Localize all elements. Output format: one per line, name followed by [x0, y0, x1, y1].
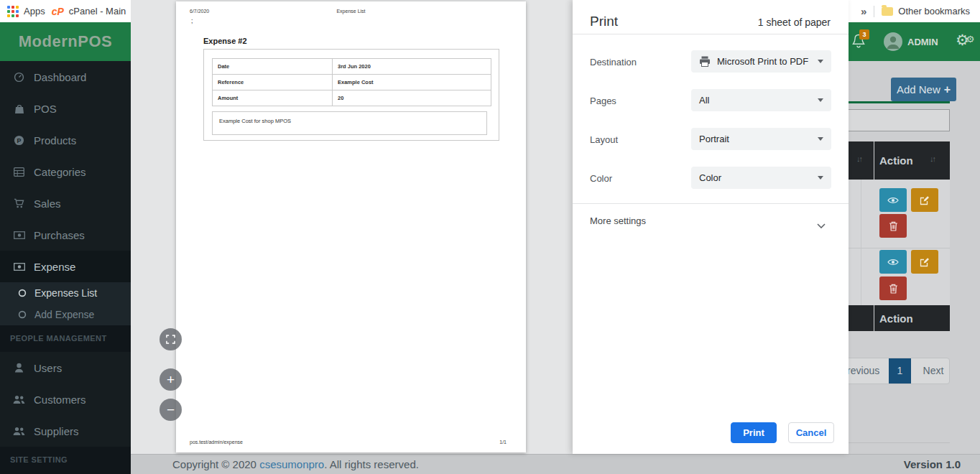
eye-icon — [887, 196, 899, 205]
chevron-down-icon[interactable] — [817, 218, 826, 231]
minus-icon: − — [167, 402, 175, 418]
sidebar-item-categories[interactable]: Categories — [0, 156, 131, 187]
sheet-count: 1 sheet of paper — [758, 17, 831, 28]
layout-value: Portrait — [699, 134, 811, 144]
circle-o-icon — [17, 289, 27, 297]
pagination-next[interactable]: Next — [917, 358, 950, 384]
apps-grid-icon — [7, 6, 19, 17]
gears-icon: ⚙⚙ — [956, 32, 974, 48]
product-circle-icon: P — [13, 135, 25, 146]
sidebar-label: Products — [34, 134, 76, 147]
print-preview-overlay: 6/7/2020 Expense List ; Expense #2 Date3… — [131, 0, 849, 454]
sidebar-subitem-expenses-list[interactable]: Expenses List — [0, 282, 131, 304]
edit-button[interactable] — [911, 188, 938, 212]
print-button[interactable]: Print — [731, 422, 777, 443]
eye-icon — [887, 258, 899, 266]
fit-to-page-button[interactable] — [160, 328, 182, 350]
sidebar-sublabel: Expenses List — [34, 287, 97, 299]
sidebar-label: Categories — [34, 166, 86, 178]
bookmark-cpanel-label: cPanel - Main — [69, 6, 126, 17]
sidebar-item-pos[interactable]: POS — [0, 93, 131, 124]
table-row: Date3rd Jun 2020 — [213, 59, 491, 75]
trash-icon — [889, 221, 898, 231]
pagination-page-1[interactable]: 1 — [889, 358, 911, 384]
destination-label: Destination — [590, 57, 637, 68]
edit-button[interactable] — [911, 250, 938, 274]
plus-icon: + — [944, 83, 951, 96]
pages-select[interactable]: All — [691, 89, 831, 111]
delete-button[interactable] — [879, 276, 907, 300]
copyright-link[interactable]: csesumonpro — [259, 458, 324, 470]
table-row: ReferenceExample Cost — [213, 75, 491, 90]
sidebar-item-purchases[interactable]: Purchases — [0, 219, 131, 251]
pencil-square-icon — [920, 257, 930, 267]
sidebar-item-suppliers[interactable]: Suppliers — [0, 415, 131, 447]
destination-select[interactable]: Microsoft Print to PDF — [691, 50, 831, 73]
user-icon — [13, 363, 25, 373]
print-dialog: Print 1 sheet of paper Destination Micro… — [573, 0, 849, 454]
pencil-square-icon — [920, 195, 930, 205]
user-menu[interactable] — [884, 32, 902, 54]
sidebar-item-customers[interactable]: Customers — [0, 384, 131, 415]
other-bookmarks-label: Other bookmarks — [898, 6, 970, 17]
expense-note-box: Example Cost for shop MPOS — [212, 111, 487, 135]
cancel-button[interactable]: Cancel — [788, 422, 834, 443]
layout-select[interactable]: Portrait — [691, 128, 831, 150]
sort-icon[interactable]: ↓↑ — [856, 154, 861, 163]
color-label: Color — [590, 173, 612, 184]
expense-detail-table: Date3rd Jun 2020 ReferenceExample Cost A… — [212, 58, 491, 106]
avatar — [884, 32, 902, 51]
sidebar-item-dashboard[interactable]: Dashboard — [0, 61, 131, 93]
sidebar-section-people-management: PEOPLE MANAGEMENT — [0, 325, 131, 352]
divider — [573, 203, 849, 204]
divider — [573, 34, 849, 34]
sidebar-label: Customers — [34, 394, 86, 406]
sidebar-label: Sales — [34, 198, 61, 210]
delete-button[interactable] — [879, 214, 907, 238]
destination-value: Microsoft Print to PDF — [717, 56, 811, 67]
bookmark-cpanel[interactable]: cP cPanel - Main — [52, 6, 126, 17]
svg-text:P: P — [17, 136, 22, 144]
table-list-icon — [13, 167, 25, 177]
bookmark-apps-label: Apps — [24, 6, 45, 17]
sidebar-item-sales[interactable]: Sales — [0, 187, 131, 219]
folder-icon — [882, 7, 893, 16]
expense-note: Example Cost for shop MPOS — [219, 118, 291, 124]
more-settings-button[interactable]: More settings — [590, 215, 646, 226]
sidebar-label: Purchases — [34, 229, 85, 241]
sidebar-item-users[interactable]: Users — [0, 352, 131, 384]
plus-icon: + — [167, 372, 175, 388]
page-footer: Copyright © 2020 csesumonpro. All rights… — [131, 454, 980, 474]
version-text: Version 1.0 — [904, 458, 961, 470]
expense-detail-box: Date3rd Jun 2020 ReferenceExample Cost A… — [203, 49, 499, 141]
app-logo[interactable]: ModernPOS — [0, 22, 131, 61]
add-new-button[interactable]: Add New+ — [891, 78, 956, 101]
bookmarks-overflow-chevron[interactable]: » — [861, 5, 866, 17]
sidebar-subitem-add-expense[interactable]: Add Expense — [0, 304, 131, 325]
action-column-header[interactable]: Action — [879, 141, 913, 180]
speedometer-icon — [13, 72, 25, 83]
bookmark-apps[interactable]: Apps — [7, 6, 45, 17]
settings-button[interactable]: ⚙⚙ — [956, 32, 974, 49]
view-button[interactable] — [879, 188, 907, 212]
caret-down-icon — [818, 60, 823, 63]
sort-icon[interactable]: ↓↑ — [930, 154, 935, 163]
sidebar-label: Dashboard — [34, 71, 86, 83]
view-button[interactable] — [879, 250, 907, 274]
users-icon — [13, 427, 25, 436]
color-value: Color — [699, 172, 811, 183]
circle-o-icon — [17, 310, 27, 319]
zoom-in-button[interactable]: + — [160, 368, 182, 391]
other-bookmarks[interactable]: Other bookmarks — [882, 6, 970, 17]
user-name[interactable]: ADMIN — [907, 37, 938, 47]
sidebar-label: Users — [34, 362, 62, 374]
notification-count-badge: 3 — [859, 29, 869, 40]
caret-down-icon — [818, 98, 823, 102]
expense-heading: Expense #2 — [203, 37, 247, 45]
sidebar-item-products[interactable]: P Products — [0, 124, 131, 156]
zoom-out-button[interactable]: − — [160, 399, 182, 421]
color-select[interactable]: Color — [691, 167, 831, 189]
sidebar-item-expense[interactable]: Expense — [0, 251, 131, 282]
layout-label: Layout — [590, 134, 618, 145]
preview-backdrop: 6/7/2020 Expense List ; Expense #2 Date3… — [131, 0, 573, 454]
